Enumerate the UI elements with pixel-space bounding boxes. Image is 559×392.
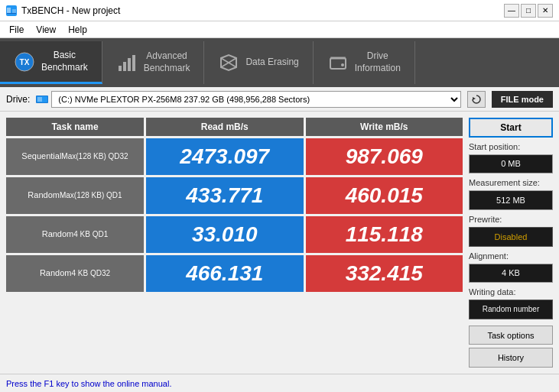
col-taskname: Task name: [6, 118, 144, 136]
table-header: Task name Read mB/s Write mB/s: [6, 118, 463, 136]
row-sequential-read: 2473.097: [146, 138, 304, 175]
toolbar-advanced-benchmark[interactable]: AdvancedBenchmark: [102, 41, 205, 84]
table-row: RandomMax(128 KB) QD1 433.771 460.015: [6, 177, 463, 214]
svg-rect-8: [132, 55, 135, 71]
row-random4kqd32-label: Random4 KB QD32: [6, 255, 144, 292]
alignment-label: Alignment:: [469, 251, 553, 261]
svg-rect-13: [330, 57, 346, 60]
drive-bar: Drive: (C:) NVMe PLEXTOR PX-256M8 237.92…: [0, 87, 559, 112]
measurement-size-label: Measurement size:: [469, 178, 553, 187]
menu-help[interactable]: Help: [62, 23, 93, 37]
table-row: Random4 KB QD1 33.010 115.118: [6, 216, 463, 253]
drive-label: Drive:: [6, 94, 30, 105]
alignment-value[interactable]: 4 KB: [469, 264, 553, 283]
row-random4k-read: 33.010: [146, 216, 304, 253]
svg-text:TX: TX: [20, 58, 30, 66]
svg-rect-5: [119, 66, 122, 71]
prewrite-label: Prewrite:: [469, 215, 553, 224]
start-button[interactable]: Start: [469, 118, 553, 138]
toolbar-data-erasing[interactable]: Data Erasing: [204, 41, 313, 84]
row-random128-label: RandomMax(128 KB) QD1: [6, 177, 144, 214]
col-write: Write mB/s: [306, 118, 463, 136]
start-position-label: Start position:: [469, 142, 553, 151]
refresh-icon: [471, 94, 482, 105]
drive-information-icon: [327, 52, 349, 73]
svg-point-14: [341, 63, 344, 66]
advanced-benchmark-icon: [116, 52, 138, 73]
prewrite-value[interactable]: Disabled: [469, 227, 553, 247]
toolbar-basic-label: BasicBenchmark: [41, 50, 88, 73]
right-panel: Start Start position: 0 MB Measurement s…: [469, 118, 553, 368]
row-random4kqd32-write: 332.415: [306, 255, 463, 292]
status-bar: Press the F1 key to show the online manu…: [0, 374, 559, 392]
row-random4k-label: Random4 KB QD1: [6, 216, 144, 253]
toolbar-erase-label: Data Erasing: [245, 57, 298, 69]
svg-marker-18: [473, 97, 476, 100]
svg-rect-17: [37, 97, 42, 102]
drive-selector[interactable]: (C:) NVMe PLEXTOR PX-256M8 237.92 GB (49…: [51, 91, 460, 108]
toolbar-drive-information[interactable]: DriveInformation: [314, 41, 415, 84]
menu-view[interactable]: View: [30, 23, 62, 37]
task-options-button[interactable]: Task options: [469, 326, 553, 345]
benchmark-table: Task name Read mB/s Write mB/s Sequentia…: [6, 118, 463, 368]
row-random4k-write: 115.118: [306, 216, 463, 253]
table-row: Random4 KB QD32 466.131 332.415: [6, 255, 463, 292]
svg-rect-0: [7, 8, 11, 14]
start-position-value[interactable]: 0 MB: [469, 154, 553, 174]
measurement-size-value[interactable]: 512 MB: [469, 190, 553, 210]
toolbar-drive-label: DriveInformation: [355, 50, 401, 74]
row-random4kqd32-read: 466.131: [146, 255, 304, 292]
toolbar-basic-benchmark[interactable]: TX BasicBenchmark: [0, 41, 102, 84]
drive-type-icon: [36, 95, 48, 104]
toolbar-advanced-label: AdvancedBenchmark: [144, 50, 190, 74]
svg-rect-6: [123, 62, 126, 71]
maximize-button[interactable]: □: [521, 4, 536, 18]
row-random128-read: 433.771: [146, 177, 304, 214]
table-row: SequentialMax(128 KB) QD32 2473.097 987.…: [6, 138, 463, 175]
row-sequential-label: SequentialMax(128 KB) QD32: [6, 138, 144, 175]
close-button[interactable]: ✕: [538, 4, 553, 18]
svg-rect-2: [7, 13, 16, 14]
menu-bar: File View Help: [0, 21, 559, 38]
title-bar: TxBENCH - New project — □ ✕: [0, 0, 559, 21]
toolbar: TX BasicBenchmark AdvancedBenchmark Data…: [0, 38, 559, 87]
title-bar-left: TxBENCH - New project: [6, 5, 120, 16]
row-sequential-write: 987.069: [306, 138, 463, 175]
basic-benchmark-icon: TX: [14, 51, 35, 73]
writing-data-value[interactable]: Random number: [469, 300, 553, 319]
svg-rect-12: [330, 58, 346, 69]
row-random128-write: 460.015: [306, 177, 463, 214]
status-text: Press the F1 key to show the online manu…: [6, 379, 171, 388]
col-read: Read mB/s: [146, 118, 304, 136]
file-mode-button[interactable]: FILE mode: [492, 91, 553, 108]
title-bar-controls: — □ ✕: [504, 4, 553, 18]
data-erasing-icon: [218, 52, 239, 73]
main-content: Task name Read mB/s Write mB/s Sequentia…: [0, 112, 559, 374]
minimize-button[interactable]: —: [504, 4, 519, 18]
drive-refresh-button[interactable]: [467, 91, 486, 108]
history-button[interactable]: History: [469, 348, 553, 368]
writing-data-label: Writing data:: [469, 287, 553, 296]
window-title: TxBENCH - New project: [21, 5, 120, 16]
status-highlight: F1 key: [44, 379, 70, 388]
app-icon: [6, 5, 17, 16]
svg-rect-7: [128, 58, 131, 71]
menu-file[interactable]: File: [3, 23, 30, 37]
